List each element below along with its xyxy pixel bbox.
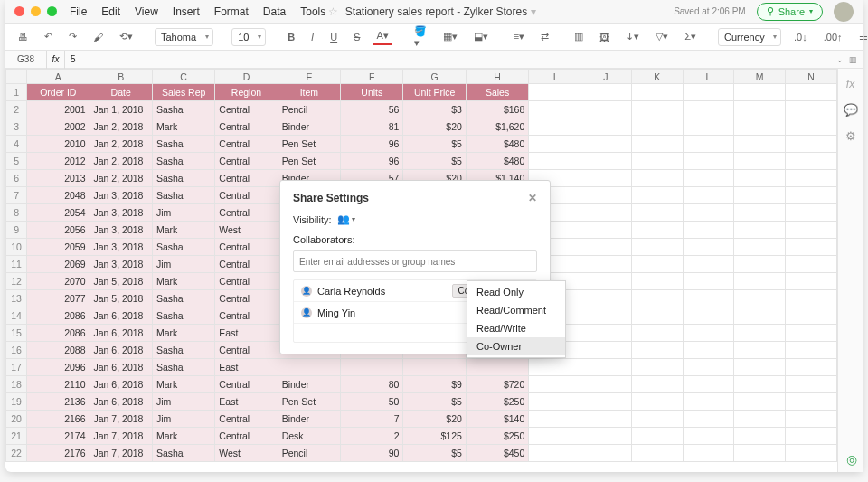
empty-cell[interactable] (786, 187, 837, 204)
empty-cell[interactable] (786, 273, 837, 290)
cell[interactable]: Mark (152, 273, 214, 290)
cell[interactable] (278, 359, 340, 376)
empty-cell[interactable] (786, 256, 837, 273)
empty-cell[interactable] (631, 325, 683, 342)
empty-cell[interactable] (580, 325, 632, 342)
role-option[interactable]: Read/Write (467, 319, 565, 337)
column-header[interactable]: D (215, 70, 278, 84)
table-header-cell[interactable]: Sales (466, 84, 528, 101)
redo-icon[interactable]: ↷ (65, 29, 80, 44)
role-option[interactable]: Read/Comment (467, 301, 565, 319)
cell[interactable]: Jan 2, 2018 (90, 118, 152, 136)
empty-cell[interactable] (786, 101, 837, 118)
empty-cell[interactable] (734, 204, 786, 222)
cell[interactable]: $168 (466, 101, 528, 118)
column-header[interactable]: E (278, 70, 340, 84)
cell[interactable]: $450 (466, 445, 528, 462)
column-header[interactable]: G (403, 70, 466, 84)
empty-cell[interactable] (631, 307, 683, 325)
empty-cell[interactable] (631, 393, 683, 411)
cell[interactable]: Sasha (152, 307, 214, 325)
empty-cell[interactable] (631, 170, 683, 187)
empty-cell[interactable] (683, 342, 734, 359)
cell[interactable]: $720 (466, 376, 528, 393)
cell[interactable]: Central (215, 204, 278, 222)
empty-cell[interactable] (786, 290, 837, 307)
cell[interactable]: Pen Set (278, 153, 340, 170)
cell[interactable]: Central (215, 411, 278, 428)
font-family-dropdown[interactable]: Tahoma (155, 28, 213, 46)
cell[interactable]: Central (215, 170, 278, 187)
empty-cell[interactable] (631, 376, 683, 393)
cell[interactable]: $20 (403, 411, 466, 428)
cell[interactable]: Binder (278, 376, 340, 393)
row-number[interactable]: 20 (6, 411, 27, 428)
visibility-dropdown[interactable]: 👥 ▾ (337, 213, 355, 225)
empty-cell[interactable] (580, 153, 632, 170)
table-header-cell[interactable]: Order ID (27, 84, 90, 101)
cell[interactable]: Central (215, 342, 278, 359)
cell[interactable]: Mark (152, 376, 214, 393)
row-number[interactable]: 13 (6, 290, 27, 307)
fill-color-icon[interactable]: 🪣▾ (410, 24, 430, 51)
cell[interactable]: Sasha (152, 101, 214, 118)
empty-cell[interactable] (786, 445, 837, 462)
print-icon[interactable]: 🖶 (14, 30, 32, 44)
row-number[interactable]: 9 (6, 222, 27, 239)
cell[interactable]: 2110 (27, 376, 90, 393)
cell[interactable]: 7 (341, 411, 403, 428)
column-header[interactable]: H (466, 70, 528, 84)
cell[interactable]: Pencil (278, 445, 340, 462)
empty-cell[interactable] (580, 84, 632, 101)
cell[interactable]: Central (215, 428, 278, 445)
empty-cell[interactable] (786, 393, 837, 411)
fx-icon[interactable]: fx (47, 51, 65, 69)
cell[interactable]: $9 (403, 376, 466, 393)
empty-cell[interactable] (734, 411, 786, 428)
cell[interactable]: Sasha (152, 187, 214, 204)
cell[interactable]: Sasha (152, 170, 214, 187)
empty-cell[interactable] (683, 411, 734, 428)
cell[interactable]: $250 (466, 428, 528, 445)
filter-icon[interactable]: ▽▾ (652, 29, 672, 44)
cell[interactable]: 96 (341, 153, 403, 170)
bold-icon[interactable]: B (284, 30, 298, 44)
empty-cell[interactable] (631, 153, 683, 170)
fx-panel-icon[interactable]: fx (846, 78, 854, 90)
empty-cell[interactable] (786, 411, 837, 428)
cell[interactable]: Desk (278, 428, 340, 445)
empty-cell[interactable] (734, 307, 786, 325)
formula-value[interactable]: 5 (65, 54, 836, 64)
cell[interactable]: Central (215, 239, 278, 256)
cell[interactable]: Sasha (152, 136, 214, 153)
empty-cell[interactable] (786, 342, 837, 359)
empty-cell[interactable] (734, 239, 786, 256)
empty-cell[interactable] (529, 136, 580, 153)
empty-cell[interactable] (580, 376, 632, 393)
cell[interactable] (403, 359, 466, 376)
empty-cell[interactable] (786, 170, 837, 187)
cell[interactable]: $5 (403, 393, 466, 411)
underline-icon[interactable]: U (326, 30, 341, 44)
cell[interactable]: Jan 6, 2018 (90, 342, 152, 359)
cell[interactable]: 2086 (27, 307, 90, 325)
empty-cell[interactable] (580, 445, 632, 462)
cell[interactable]: 2136 (27, 393, 90, 411)
cell[interactable]: 2069 (27, 256, 90, 273)
cell[interactable]: Jan 6, 2018 (90, 307, 152, 325)
cell[interactable]: Jan 3, 2018 (90, 222, 152, 239)
cell[interactable]: Central (215, 256, 278, 273)
cell[interactable]: 2174 (27, 428, 90, 445)
menu-insert[interactable]: Insert (173, 5, 200, 18)
empty-cell[interactable] (580, 393, 632, 411)
cell[interactable]: Jan 3, 2018 (90, 204, 152, 222)
empty-cell[interactable] (580, 204, 632, 222)
align-icon[interactable]: ≡▾ (510, 29, 528, 44)
empty-cell[interactable] (580, 359, 632, 376)
cell[interactable]: Jan 5, 2018 (90, 290, 152, 307)
cell[interactable]: 2048 (27, 187, 90, 204)
empty-cell[interactable] (631, 239, 683, 256)
table-header-cell[interactable]: Units (341, 84, 403, 101)
row-number[interactable]: 4 (6, 136, 27, 153)
close-icon[interactable]: ✕ (528, 192, 537, 204)
